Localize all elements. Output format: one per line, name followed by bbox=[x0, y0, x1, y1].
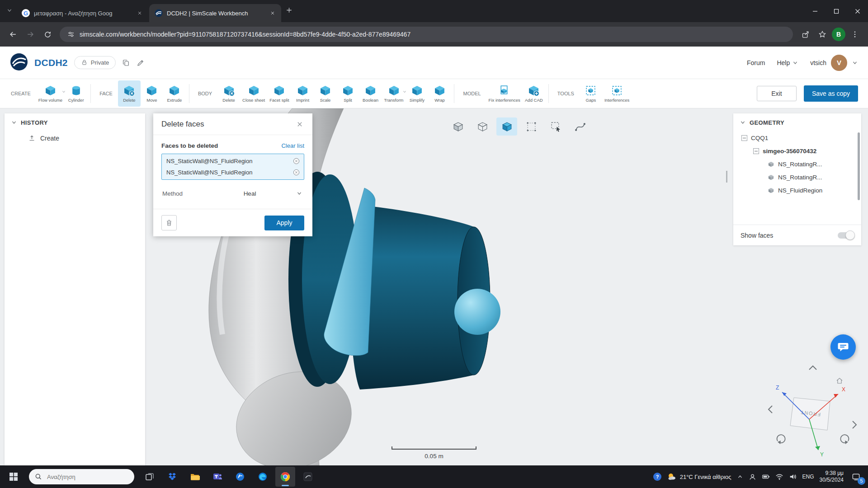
language-indicator[interactable]: ENG bbox=[802, 474, 814, 480]
view-solid-button[interactable] bbox=[448, 117, 468, 136]
toolbar-item-interferences[interactable]: Interferences bbox=[602, 80, 632, 107]
tree-node-body[interactable]: NS_FluidRegion bbox=[733, 184, 861, 197]
toolbar-item-extrude-face[interactable]: Extrude bbox=[163, 80, 186, 107]
section-curve-button[interactable] bbox=[570, 117, 590, 136]
toolbar-item-transform[interactable]: Transform bbox=[382, 80, 406, 107]
toolbar-item-gaps[interactable]: Gaps bbox=[580, 80, 602, 107]
search-input[interactable] bbox=[46, 473, 118, 481]
box-select-button[interactable] bbox=[545, 117, 566, 136]
dialog-close-icon[interactable] bbox=[295, 120, 304, 129]
collapse-chevron-icon[interactable] bbox=[740, 119, 746, 126]
file-explorer-button[interactable] bbox=[185, 467, 205, 487]
forward-button[interactable] bbox=[23, 27, 38, 42]
delete-operation-button[interactable] bbox=[161, 215, 177, 230]
collapse-chevron-icon[interactable] bbox=[11, 119, 17, 126]
rotate-ccw-icon[interactable] bbox=[777, 435, 785, 444]
toolbar-item-flow-volume[interactable]: Flow volume bbox=[36, 80, 65, 107]
volume-icon[interactable] bbox=[789, 473, 797, 481]
taskbar-search[interactable] bbox=[29, 469, 134, 484]
toolbar-item-split[interactable]: Split bbox=[337, 80, 359, 107]
remove-face-icon[interactable] bbox=[293, 169, 300, 176]
toolbar-item-scale[interactable]: Scale bbox=[314, 80, 337, 107]
people-tray-icon[interactable] bbox=[749, 473, 756, 481]
rename-pencil-icon[interactable] bbox=[137, 59, 145, 67]
reload-button[interactable] bbox=[40, 27, 55, 42]
toolbar-item-wrap[interactable]: Wrap bbox=[428, 80, 451, 107]
user-menu[interactable]: vtsich V bbox=[810, 55, 858, 71]
toolbar-item-fix-interferences[interactable]: Fix interferences bbox=[486, 80, 523, 107]
collapse-box-icon[interactable] bbox=[741, 135, 747, 141]
toolbar-item-facet-split[interactable]: Facet split bbox=[267, 80, 291, 107]
chrome-button[interactable] bbox=[275, 467, 295, 487]
new-tab-button[interactable] bbox=[286, 7, 292, 15]
tab-close-icon[interactable] bbox=[269, 9, 277, 17]
toolbar-item-imprint[interactable]: Imprint bbox=[292, 80, 314, 107]
window-close-button[interactable] bbox=[847, 0, 868, 22]
select-points-button[interactable] bbox=[521, 117, 542, 136]
collapse-box-icon[interactable] bbox=[753, 148, 759, 154]
clear-list-link[interactable]: Clear list bbox=[281, 142, 304, 149]
app-blue-button[interactable] bbox=[230, 467, 250, 487]
history-item-create[interactable]: Create bbox=[5, 131, 145, 145]
window-maximize-button[interactable] bbox=[826, 0, 847, 22]
help-tray-icon[interactable]: ? bbox=[653, 472, 662, 481]
scrollbar-thumb[interactable] bbox=[858, 132, 860, 200]
app-dark-button[interactable] bbox=[298, 467, 318, 487]
back-button[interactable] bbox=[5, 27, 21, 42]
toolbar-item-close-sheet[interactable]: Close sheet bbox=[240, 80, 267, 107]
help-menu[interactable]: Help bbox=[777, 59, 798, 66]
site-info-icon[interactable] bbox=[67, 30, 75, 38]
orbit-up-chevron[interactable] bbox=[809, 366, 816, 370]
task-view-button[interactable] bbox=[140, 467, 160, 487]
toolbar-item-boolean[interactable]: Boolean bbox=[359, 80, 382, 107]
bookmark-star-icon[interactable] bbox=[815, 27, 830, 42]
browser-menu-icon[interactable] bbox=[847, 27, 863, 42]
face-list-item[interactable]: NS_StaticWall@NS_FluidRegion bbox=[162, 155, 304, 167]
exit-button[interactable]: Exit bbox=[757, 86, 797, 101]
orbit-right-chevron[interactable] bbox=[853, 421, 856, 428]
orbit-left-chevron[interactable] bbox=[769, 406, 772, 413]
tree-node-geometry[interactable]: simgeo-356070432 bbox=[733, 145, 861, 158]
show-faces-toggle[interactable] bbox=[838, 232, 854, 239]
tree-node-body[interactable]: NS_RotatingR... bbox=[733, 171, 861, 184]
tab-close-icon[interactable] bbox=[136, 9, 144, 17]
edge-button[interactable] bbox=[253, 467, 273, 487]
dialog-header[interactable]: Delete faces bbox=[153, 113, 312, 135]
toolbar-item-delete-face[interactable]: Delete bbox=[118, 80, 141, 107]
teams-button[interactable] bbox=[208, 467, 227, 487]
forum-link[interactable]: Forum bbox=[747, 59, 765, 66]
panel-resize-handle[interactable] bbox=[726, 171, 727, 183]
url-text[interactable]: simscale.com/workbench/modeller?pid=9110… bbox=[80, 31, 410, 38]
tab-search-icon[interactable] bbox=[6, 7, 13, 15]
tree-node-body[interactable]: NS_RotatingR... bbox=[733, 158, 861, 171]
view-shaded-button[interactable] bbox=[496, 117, 517, 136]
apply-button[interactable]: Apply bbox=[264, 216, 304, 230]
toolbar-item-move-face[interactable]: Move bbox=[141, 80, 163, 107]
save-as-copy-button[interactable]: Save as copy bbox=[804, 85, 858, 102]
view-wireframe-button[interactable] bbox=[472, 117, 493, 136]
browser-tab-google[interactable]: G μεταφραση - Αναζήτηση Goog bbox=[16, 4, 148, 22]
start-button[interactable] bbox=[4, 467, 24, 487]
window-minimize-button[interactable] bbox=[804, 0, 826, 22]
rotate-cw-icon[interactable] bbox=[840, 435, 849, 444]
toolbar-item-simplify[interactable]: Simplify bbox=[406, 80, 428, 107]
battery-icon[interactable] bbox=[762, 473, 770, 481]
weather-widget[interactable]: 21°C Γενικά αίθριος bbox=[667, 472, 731, 481]
browser-tab-simscale[interactable]: DCDH2 | SimScale Workbench bbox=[149, 4, 281, 22]
copy-project-icon[interactable] bbox=[122, 59, 130, 67]
method-select[interactable]: Heal bbox=[196, 188, 303, 199]
wifi-icon[interactable] bbox=[775, 473, 783, 481]
support-chat-button[interactable] bbox=[830, 334, 856, 360]
tree-node-root[interactable]: CQQ1 bbox=[733, 131, 861, 145]
toolbar-item-cylinder[interactable]: Cylinder bbox=[65, 80, 87, 107]
hidden-icons-chevron[interactable] bbox=[737, 474, 743, 480]
privacy-badge[interactable]: Private bbox=[74, 56, 116, 69]
browser-profile-avatar[interactable]: B bbox=[832, 28, 845, 41]
home-view-icon[interactable] bbox=[837, 378, 842, 383]
dropbox-button[interactable] bbox=[162, 467, 182, 487]
toolbar-item-delete-body[interactable]: Delete bbox=[217, 80, 240, 107]
toolbar-item-add-cad[interactable]: Add CAD bbox=[523, 80, 545, 107]
face-list-item[interactable]: NS_StaticWall@NS_FluidRegion bbox=[162, 167, 304, 178]
notification-center-button[interactable]: 5 bbox=[849, 473, 863, 481]
url-bar[interactable]: simscale.com/workbench/modeller?pid=9110… bbox=[60, 27, 793, 42]
